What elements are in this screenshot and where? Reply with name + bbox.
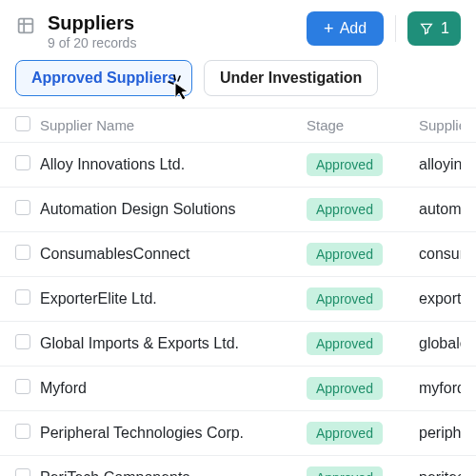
tab-approved-suppliers[interactable]: Approved Suppliers <box>15 60 192 96</box>
supplier-name-cell: Myford <box>40 380 307 397</box>
table-body: Alloy Innovations Ltd.Approvedalloyinnov… <box>0 143 476 476</box>
row-checkbox[interactable] <box>15 155 30 170</box>
filter-button[interactable]: 1 <box>407 11 461 46</box>
supplier-website-cell: myford.co. <box>419 380 461 397</box>
stage-badge: Approved <box>307 288 383 310</box>
supplier-website-cell: alloyinnova <box>419 156 461 173</box>
supplier-website-cell: automation <box>419 201 461 218</box>
supplier-website-cell: peritechco <box>419 469 461 476</box>
record-count: 9 of 20 records <box>48 35 295 50</box>
table-row[interactable]: ConsumablesConnectApprovedconsumabl <box>0 232 476 277</box>
table-row[interactable]: ExporterElite Ltd.Approvedexportereli <box>0 277 476 322</box>
stage-badge: Approved <box>307 243 383 266</box>
row-checkbox[interactable] <box>15 289 30 305</box>
svg-rect-0 <box>19 19 33 33</box>
stage-badge: Approved <box>307 153 383 176</box>
stage-badge: Approved <box>307 332 383 355</box>
view-tabs: Approved Suppliers Under Investigation <box>0 60 476 108</box>
filter-count: 1 <box>441 20 449 37</box>
supplier-name-cell: Peripheral Technologies Corp. <box>40 425 307 442</box>
column-supplier-name[interactable]: Supplier Name <box>40 117 307 133</box>
row-checkbox[interactable] <box>15 379 30 394</box>
row-checkbox[interactable] <box>15 424 30 439</box>
supplier-name-cell: Global Imports & Exports Ltd. <box>40 335 307 352</box>
supplier-website-cell: consumabl <box>419 246 461 263</box>
funnel-icon <box>419 21 434 36</box>
tab-under-investigation[interactable]: Under Investigation <box>204 60 378 96</box>
column-supplier-website[interactable]: Supplier We <box>419 117 461 133</box>
column-stage[interactable]: Stage <box>307 117 419 133</box>
table-row[interactable]: Alloy Innovations Ltd.Approvedalloyinnov… <box>0 143 476 188</box>
page-header: Suppliers 9 of 20 records + Add 1 <box>0 0 476 60</box>
stage-badge: Approved <box>307 466 383 476</box>
supplier-name-cell: PeriTech Components <box>40 469 307 476</box>
tab-label: Approved Suppliers <box>31 69 176 86</box>
row-checkbox[interactable] <box>15 245 30 260</box>
table-row[interactable]: MyfordApprovedmyford.co. <box>0 367 476 411</box>
row-checkbox[interactable] <box>15 200 30 215</box>
supplier-name-cell: ConsumablesConnect <box>40 246 307 263</box>
table-row[interactable]: PeriTech ComponentsApprovedperitechco <box>0 456 476 476</box>
table-row[interactable]: Peripheral Technologies Corp.Approvedper… <box>0 411 476 456</box>
supplier-website-cell: globalexpo <box>419 335 461 352</box>
stage-badge: Approved <box>307 198 383 221</box>
page-title: Suppliers <box>48 11 295 34</box>
add-button-label: Add <box>340 20 367 37</box>
row-checkbox[interactable] <box>15 334 30 349</box>
table-row[interactable]: Global Imports & Exports Ltd.Approvedglo… <box>0 322 476 367</box>
select-all-checkbox[interactable] <box>15 116 30 131</box>
tab-label: Under Investigation <box>220 69 362 86</box>
supplier-website-cell: exportereli <box>419 290 461 307</box>
stage-badge: Approved <box>307 422 383 445</box>
stage-badge: Approved <box>307 377 383 400</box>
table-icon <box>15 15 36 36</box>
table-row[interactable]: Automation Design SolutionsApprovedautom… <box>0 188 476 232</box>
supplier-name-cell: Alloy Innovations Ltd. <box>40 156 307 173</box>
supplier-name-cell: ExporterElite Ltd. <box>40 290 307 307</box>
plus-icon: + <box>324 20 334 37</box>
add-button[interactable]: + Add <box>307 11 384 46</box>
supplier-website-cell: peripheralt <box>419 425 461 442</box>
separator <box>395 15 396 42</box>
row-checkbox[interactable] <box>15 468 30 476</box>
supplier-name-cell: Automation Design Solutions <box>40 201 307 218</box>
table-header: Supplier Name Stage Supplier We <box>0 108 476 143</box>
